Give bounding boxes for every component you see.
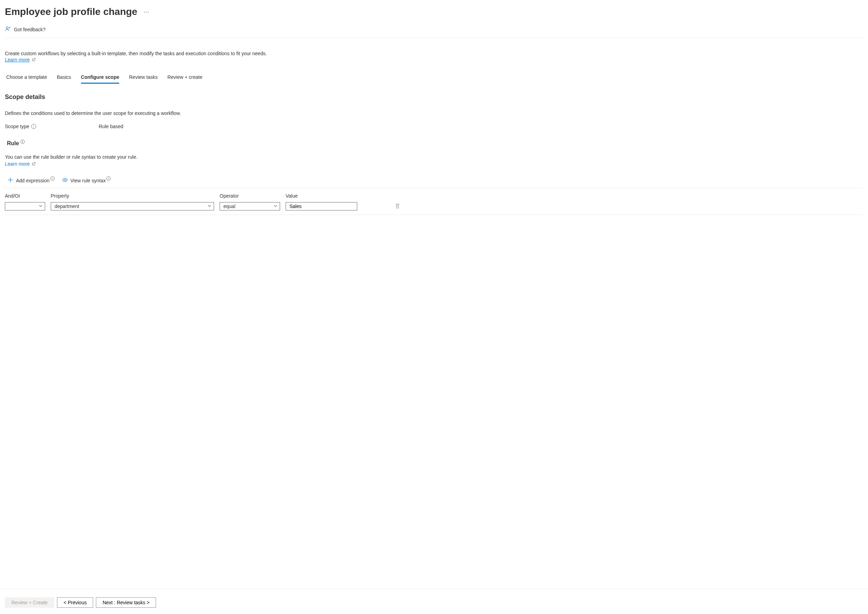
info-icon[interactable] <box>50 177 54 181</box>
external-link-icon <box>32 57 36 62</box>
scope-type-value: Rule based <box>99 124 123 129</box>
andor-select[interactable] <box>5 202 45 211</box>
info-icon[interactable] <box>20 140 25 144</box>
scope-type-label: Scope type <box>5 124 96 129</box>
svg-point-0 <box>6 27 8 29</box>
rule-heading: Rule <box>7 140 25 147</box>
tab-choose-template[interactable]: Choose a template <box>6 74 47 84</box>
chevron-down-icon <box>273 203 278 209</box>
add-expression-button[interactable]: Add expression <box>8 177 50 184</box>
chevron-down-icon <box>207 203 212 209</box>
col-header-operator: Operator <box>220 193 280 198</box>
learn-more-label: Learn more <box>5 57 30 62</box>
col-header-andor: And/Or <box>5 193 45 198</box>
plus-icon <box>8 177 13 184</box>
learn-more-label: Learn more <box>5 161 30 167</box>
footer: Review + Create < Previous Next : Review… <box>0 589 868 614</box>
view-rule-syntax-button[interactable]: View rule syntax <box>62 177 106 184</box>
info-icon[interactable] <box>106 177 110 181</box>
rule-learn-more-link[interactable]: Learn more <box>5 161 36 167</box>
feedback-label: Got feedback? <box>14 27 45 32</box>
page-title: Employee job profile change <box>5 6 137 17</box>
trash-icon <box>395 203 400 210</box>
scope-heading: Scope details <box>5 93 863 101</box>
review-create-button: Review + Create <box>5 597 54 608</box>
delete-row-button[interactable] <box>391 203 404 210</box>
next-button[interactable]: Next : Review tasks > <box>96 597 156 608</box>
external-link-icon <box>32 161 36 167</box>
svg-point-3 <box>64 179 66 181</box>
tab-basics[interactable]: Basics <box>57 74 71 84</box>
previous-button[interactable]: < Previous <box>57 597 93 608</box>
feedback-link[interactable]: Got feedback? <box>5 26 863 38</box>
rule-description: You can use the rule builder or rule syn… <box>5 154 863 160</box>
chevron-down-icon <box>39 203 43 209</box>
more-icon[interactable]: ⋯ <box>143 9 149 15</box>
feedback-icon <box>5 26 11 33</box>
tabs: Choose a template Basics Configure scope… <box>5 74 863 84</box>
tab-review-create[interactable]: Review + create <box>168 74 203 84</box>
intro-text: Create custom workflows by selecting a b… <box>5 51 863 56</box>
tab-review-tasks[interactable]: Review tasks <box>129 74 157 84</box>
col-header-property: Property <box>51 193 214 198</box>
table-row: department equal <box>5 202 863 215</box>
value-input[interactable] <box>286 202 357 211</box>
info-icon[interactable] <box>31 124 36 129</box>
operator-select[interactable]: equal <box>220 202 280 211</box>
property-select[interactable]: department <box>51 202 214 211</box>
intro-learn-more-link[interactable]: Learn more <box>5 57 36 62</box>
rule-table: And/Or Property Operator Value departmen… <box>5 188 863 215</box>
scope-description: Defines the conditions used to determine… <box>5 110 863 116</box>
eye-icon <box>62 177 68 184</box>
col-header-value: Value <box>286 193 357 198</box>
tab-configure-scope[interactable]: Configure scope <box>81 74 119 84</box>
